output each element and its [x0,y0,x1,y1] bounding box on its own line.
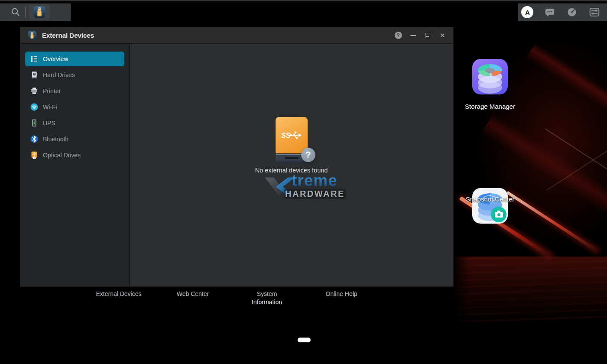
sidebar: Overview Hard Drives [20,44,130,286]
sidebar-item-label: Printer [43,88,61,94]
desktop-icon-label-system-information[interactable]: System Information [247,290,288,306]
window-titlebar[interactable]: External Devices ? ✕ [20,27,453,44]
storage-pie-hole [485,68,495,73]
watermark-hardware-text: HARDWARE [284,189,346,199]
resource-monitor-button[interactable] [562,3,581,21]
overview-list-icon [30,55,38,63]
sidebar-item-bluetooth[interactable]: Bluetooth [25,132,124,146]
usb-drive-slot [285,157,299,159]
desktop-icon-snapshot-center[interactable] [472,188,508,224]
external-devices-app-icon [27,31,37,40]
preferences-button[interactable] [585,3,604,21]
camera-icon [495,212,503,218]
optical-drive-icon [30,151,38,159]
camera-badge-icon [491,207,506,222]
svg-text:SS: SS [281,132,291,139]
window-controls: ? ✕ [393,31,447,40]
minimize-icon [410,35,416,36]
messages-button[interactable] [540,3,559,21]
watermark-treme-text: treme [292,172,338,190]
sidebar-item-label: UPS [43,120,55,127]
sidebar-item-optical-drives[interactable]: Optical Drives [25,148,124,162]
window-title: External Devices [42,32,393,39]
sidebar-item-label: Overview [43,55,68,62]
resource-monitor-icon [567,7,577,17]
wifi-icon [30,103,38,111]
avatar-letter: A [525,9,530,16]
storage-pie-disk [478,64,502,76]
xtreme-hardware-watermark: treme HARDWARE [263,173,350,201]
minimize-button[interactable] [408,31,418,40]
desktop-icon-storage-manager[interactable] [472,59,508,94]
external-devices-overview-panel: SS [130,44,453,286]
dock-indicator-pill[interactable] [298,338,311,342]
question-badge-icon: ? [301,148,315,162]
wallpaper-top-strip [0,0,607,1]
sidebar-item-ups[interactable]: UPS [25,116,124,130]
printer-icon [30,87,38,95]
sidebar-item-label: Optical Drives [43,152,81,159]
taskbar-left [0,3,71,21]
maximize-button[interactable] [423,31,432,40]
desktop-screen: A [0,0,607,364]
search-button[interactable] [6,3,25,21]
hard-drive-icon [30,71,38,79]
usb-drive-body: SS [276,117,308,153]
sidebar-item-label: Wi-Fi [43,104,57,110]
empty-state: SS [130,117,453,174]
desktop-icon-label-external-devices[interactable]: External Devices [88,290,149,298]
sidebar-item-wifi[interactable]: Wi-Fi [25,100,124,114]
taskbar-divider [25,6,26,18]
external-devices-window: External Devices ? ✕ [20,27,454,287]
sidebar-item-printer[interactable]: Printer [25,84,124,98]
sidebar-item-label: Hard Drives [43,72,75,78]
taskbar-app-external-devices[interactable] [29,4,50,20]
taskbar-divider [537,6,537,18]
sidebar-item-label: Bluetooth [43,136,68,143]
usb-superspeed-drive-icon: SS [276,117,308,163]
desktop-icon-label-web-center[interactable]: Web Center [167,290,219,298]
ups-battery-icon [30,119,38,127]
help-icon: ? [395,32,402,39]
sidebar-item-hard-drives[interactable]: Hard Drives [25,68,124,82]
window-body: Overview Hard Drives [20,44,453,286]
bluetooth-icon [30,135,38,143]
desktop-icon-label[interactable]: Snapshot Center [455,195,525,203]
preferences-icon [589,7,600,17]
wallpaper-floor-reflection [451,257,607,322]
sidebar-item-overview[interactable]: Overview [25,52,124,66]
close-button[interactable]: ✕ [438,31,447,40]
maximize-icon [425,33,430,38]
desktop-icon-label-online-help[interactable]: Online Help [315,290,367,298]
superspeed-usb-glyph: SS [281,129,302,142]
taskbar-right: A [518,3,607,21]
messages-icon [545,7,555,17]
search-icon [11,7,20,17]
external-devices-app-icon [33,6,46,19]
desktop-icon-label[interactable]: Storage Manager [455,103,525,110]
user-avatar[interactable]: A [521,6,533,18]
close-icon: ✕ [440,32,445,39]
help-button[interactable]: ? [393,31,403,40]
